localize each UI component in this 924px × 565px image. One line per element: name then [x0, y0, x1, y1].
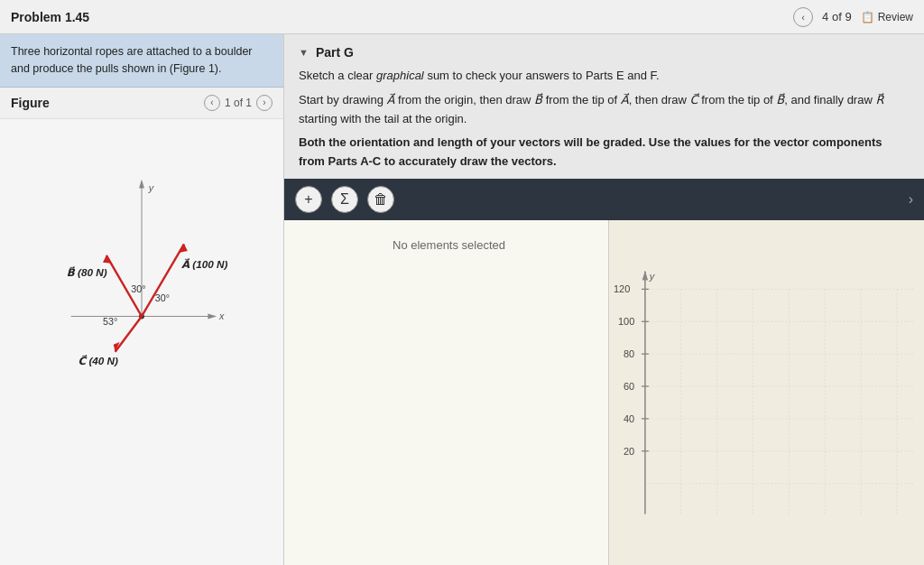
part-instruction-2: Start by drawing A⃗ from the origin, the…	[299, 91, 910, 129]
svg-text:y: y	[148, 181, 154, 192]
svg-text:20: 20	[624, 446, 634, 457]
sidebar: Three horizontal ropes are attached to a…	[0, 34, 284, 565]
figure-section: Figure ‹ 1 of 1 › y x	[0, 88, 283, 566]
right-content: ▼ Part G Sketch a clear graphical sum to…	[284, 34, 924, 565]
toolbar-left: + Σ 🗑	[295, 186, 394, 213]
expand-button[interactable]: ›	[909, 191, 913, 208]
svg-text:40: 40	[624, 413, 634, 424]
figure-header: Figure ‹ 1 of 1 ›	[0, 88, 283, 119]
svg-text:A⃗ (100 N): A⃗ (100 N)	[181, 257, 228, 269]
part-instruction-1: Sketch a clear graphical sum to check yo…	[299, 67, 910, 86]
svg-text:60: 60	[624, 381, 634, 392]
page-indicator: 4 of 9	[822, 10, 852, 23]
graph-svg: y	[609, 220, 924, 565]
svg-text:80: 80	[624, 348, 634, 359]
figure-prev-button[interactable]: ‹	[204, 95, 220, 111]
vector-canvas-area: No elements selected y	[284, 220, 924, 565]
part-title: Part G	[316, 45, 354, 60]
sigma-button[interactable]: Σ	[331, 186, 358, 213]
delete-button[interactable]: 🗑	[367, 186, 394, 213]
svg-text:120: 120	[614, 283, 630, 294]
header: Problem 1.45 ‹ 4 of 9 📋 Review	[0, 0, 924, 34]
svg-marker-49	[642, 271, 648, 280]
svg-text:100: 100	[618, 316, 634, 327]
svg-marker-4	[208, 313, 217, 319]
svg-line-15	[116, 316, 142, 351]
svg-marker-1	[139, 179, 144, 188]
svg-text:30°: 30°	[155, 292, 170, 302]
main-content: Three horizontal ropes are attached to a…	[0, 34, 924, 565]
problem-title: Problem 1.45	[11, 10, 89, 24]
figure-next-button[interactable]: ›	[256, 95, 273, 111]
svg-text:30°: 30°	[131, 283, 145, 294]
figure-svg: y x B⃗ (80 N)	[18, 137, 265, 372]
vector-toolbar: + Σ 🗑 ›	[284, 179, 924, 220]
part-toggle[interactable]: ▼	[299, 47, 309, 58]
prev-problem-button[interactable]: ‹	[793, 7, 813, 27]
problem-description: Three horizontal ropes are attached to a…	[0, 34, 283, 88]
svg-text:B⃗ (80 N): B⃗ (80 N)	[67, 266, 107, 278]
svg-text:y: y	[649, 271, 656, 282]
review-button[interactable]: 📋 Review	[861, 11, 913, 23]
figure-canvas: y x B⃗ (80 N)	[0, 119, 283, 566]
header-right: ‹ 4 of 9 📋 Review	[793, 7, 913, 27]
part-header: ▼ Part G	[299, 45, 910, 60]
part-section: ▼ Part G Sketch a clear graphical sum to…	[284, 34, 924, 179]
review-icon: 📋	[861, 11, 874, 23]
svg-text:C⃗ (40 N): C⃗ (40 N)	[79, 355, 119, 366]
part-instruction-3: Both the orientation and length of your …	[299, 134, 910, 171]
svg-text:53°: 53°	[103, 316, 117, 327]
figure-label: Figure	[11, 96, 50, 110]
no-elements-text: No elements selected	[393, 238, 505, 252]
figure-page-indicator: 1 of 1	[225, 97, 252, 109]
svg-text:x: x	[218, 310, 225, 321]
add-vector-button[interactable]: +	[295, 186, 322, 213]
review-label: Review	[878, 11, 913, 23]
svg-line-11	[142, 244, 184, 316]
figure-nav: ‹ 1 of 1 ›	[204, 95, 273, 111]
graph-container: y	[608, 220, 924, 565]
